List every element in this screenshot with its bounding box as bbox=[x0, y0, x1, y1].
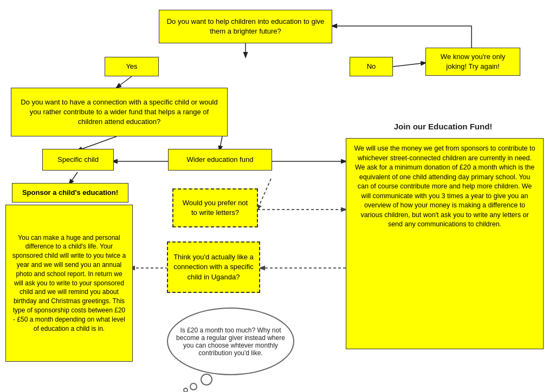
flowchart: Do you want to help children into educat… bbox=[0, 0, 555, 392]
question2-text: Do you want to have a connection with a … bbox=[17, 97, 222, 127]
svg-line-9 bbox=[69, 172, 78, 184]
sponsor-heading-text: Sponsor a child's education! bbox=[22, 188, 118, 198]
education-fund-text-box: We will use the money we get from sponso… bbox=[346, 138, 544, 349]
yes-box: Yes bbox=[105, 57, 159, 76]
joking-box: We know you're only joking! Try again! bbox=[425, 48, 520, 76]
no-text: No bbox=[367, 62, 376, 71]
wider-fund-text: Wider education fund bbox=[187, 155, 254, 165]
svg-line-10 bbox=[257, 179, 271, 210]
connection-specific-box: Think you'd actually like a connection w… bbox=[167, 241, 260, 293]
yes-text: Yes bbox=[126, 62, 137, 71]
connection-specific-text: Think you'd actually like a connection w… bbox=[173, 252, 254, 282]
thought-bubble-circle2 bbox=[190, 383, 197, 390]
education-fund-heading: Join our Education Fund! bbox=[347, 118, 539, 134]
thought-bubble: Is £20 a month too much? Why not become … bbox=[167, 308, 294, 375]
prefer-no-letters-text: Would you prefer not to write letters? bbox=[179, 198, 251, 218]
svg-line-5 bbox=[117, 76, 132, 88]
sponsor-text: You can make a huge and personal differe… bbox=[11, 233, 127, 334]
wider-fund-box: Wider education fund bbox=[168, 149, 272, 171]
sponsor-heading-box: Sponsor a child's education! bbox=[12, 183, 128, 202]
svg-line-3 bbox=[246, 57, 350, 67]
question1-box: Do you want to help children into educat… bbox=[159, 10, 332, 43]
specific-child-text: Specific child bbox=[57, 155, 99, 165]
question1-text: Do you want to help children into educat… bbox=[165, 17, 326, 36]
specific-child-box: Specific child bbox=[42, 149, 114, 171]
question2-box: Do you want to have a connection with a … bbox=[11, 88, 228, 136]
education-fund-text: We will use the money we get from sponso… bbox=[354, 144, 535, 230]
joking-text: We know you're only joking! Try again! bbox=[431, 52, 514, 71]
thought-bubble-circle1 bbox=[201, 374, 212, 386]
education-fund-heading-text: Join our Education Fund! bbox=[394, 122, 493, 131]
svg-line-4 bbox=[393, 63, 425, 67]
thought-bubble-circle3 bbox=[183, 388, 188, 392]
no-box: No bbox=[350, 57, 393, 76]
sponsor-text-box: You can make a huge and personal differe… bbox=[5, 205, 133, 362]
thought-bubble-text: Is £20 a month too much? Why not become … bbox=[175, 326, 287, 357]
prefer-no-letters-box: Would you prefer not to write letters? bbox=[172, 188, 258, 227]
